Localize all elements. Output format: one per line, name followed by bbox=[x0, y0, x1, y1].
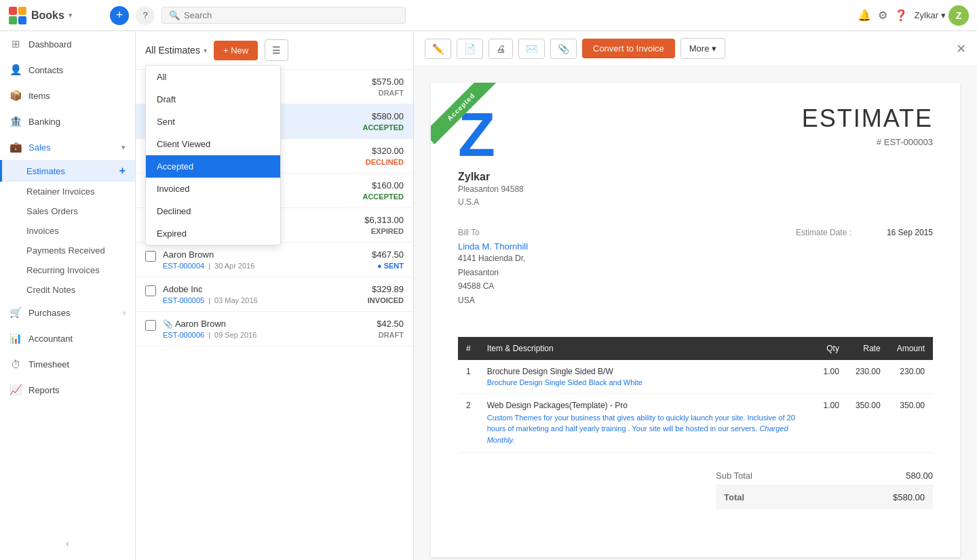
list-item-status: DRAFT bbox=[377, 331, 404, 339]
list-item[interactable]: Adobe Inc EST-000005 | 03 May 2016 $329.… bbox=[136, 277, 413, 312]
app-dropdown-arrow[interactable]: ▾ bbox=[69, 11, 73, 20]
list-item-date: 03 May 2016 bbox=[214, 296, 258, 304]
more-button[interactable]: More ▾ bbox=[681, 38, 725, 59]
sidebar-item-banking[interactable]: 🏦 Banking bbox=[0, 108, 135, 134]
sidebar-label-sales: Sales bbox=[28, 142, 51, 153]
gear-icon[interactable]: ⚙ bbox=[878, 9, 887, 22]
list-item-amount: $329.89 bbox=[368, 284, 404, 294]
sidebar-item-accountant[interactable]: 📊 Accountant bbox=[0, 325, 135, 351]
sidebar-label-payments: Payments Received bbox=[26, 245, 105, 256]
list-item-amount: $575.00 bbox=[372, 77, 404, 87]
sidebar-item-recurring-invoices[interactable]: Recurring Invoices bbox=[0, 260, 135, 280]
list-item-right: $6,313.00 EXPIRED bbox=[364, 215, 404, 235]
col-rate: Rate bbox=[847, 337, 889, 360]
dropdown-item-expired[interactable]: Expired bbox=[146, 222, 280, 245]
estimate-date-label: Estimate Date : bbox=[796, 228, 851, 237]
sidebar-label-reports: Reports bbox=[28, 385, 60, 395]
row-qty: 1.00 bbox=[816, 360, 847, 394]
dropdown-item-client-viewed[interactable]: Client Viewed bbox=[146, 133, 280, 155]
dropdown-item-declined[interactable]: Declined bbox=[146, 200, 280, 222]
list-item-info: 📎 Aaron Brown EST-000006 | 09 Sep 2016 bbox=[163, 319, 370, 339]
estimate-number: # EST-000003 bbox=[802, 137, 933, 147]
company-country: U.S.A bbox=[458, 196, 524, 209]
convert-to-invoice-button[interactable]: Convert to Invoice bbox=[582, 39, 675, 58]
email-button[interactable]: ✉️ bbox=[518, 39, 545, 59]
filter-arrow-icon: ▾ bbox=[204, 47, 207, 54]
sidebar-item-items[interactable]: 📦 Items bbox=[0, 83, 135, 108]
dropdown-item-accepted[interactable]: Accepted bbox=[146, 155, 280, 178]
new-button[interactable]: + New bbox=[214, 41, 258, 60]
sidebar-item-sales[interactable]: 💼 Sales ▾ bbox=[0, 134, 135, 160]
list-header: All Estimates ▾ + New ☰ bbox=[136, 31, 413, 70]
bell-icon[interactable]: 🔔 bbox=[858, 9, 871, 22]
list-item-checkbox[interactable] bbox=[145, 251, 156, 262]
search-input[interactable] bbox=[184, 10, 398, 20]
estimate-number-value: EST-000003 bbox=[884, 137, 933, 147]
row-rate: 350.00 bbox=[847, 393, 889, 453]
email-icon: ✉️ bbox=[526, 43, 537, 54]
sidebar-collapse-button[interactable]: ‹ bbox=[58, 533, 78, 553]
sidebar-item-credit-notes[interactable]: Credit Notes bbox=[0, 280, 135, 300]
items-icon: 📦 bbox=[9, 89, 22, 102]
list-item-status: ACCEPTED bbox=[362, 123, 404, 132]
list-filter-button[interactable]: ☰ bbox=[265, 39, 288, 61]
user-badge[interactable]: Zylkar ▾ Z bbox=[915, 5, 969, 26]
row-num: 2 bbox=[458, 393, 479, 453]
total-value: $580.00 bbox=[893, 492, 925, 502]
close-button[interactable]: ✕ bbox=[956, 41, 966, 56]
sidebar-item-contacts[interactable]: 👤 Contacts bbox=[0, 57, 135, 83]
attach-button[interactable]: 📎 bbox=[550, 39, 577, 59]
add-button[interactable]: + bbox=[110, 6, 129, 25]
sidebar-item-sales-orders[interactable]: Sales Orders bbox=[0, 201, 135, 221]
sidebar-item-dashboard[interactable]: ⊞ Dashboard bbox=[0, 31, 135, 57]
detail-content: Accepted Z Zylkar Pleasanton 94588 U.S.A… bbox=[414, 66, 977, 560]
pdf-button[interactable]: 📄 bbox=[457, 39, 483, 59]
estimates-add-icon[interactable]: + bbox=[119, 165, 126, 177]
sidebar-item-timesheet[interactable]: ⏱ Timesheet bbox=[0, 351, 135, 377]
list-item-right: $467.50 ● SENT bbox=[372, 249, 404, 270]
list-item[interactable]: 📎 Aaron Brown EST-000006 | 09 Sep 2016 $… bbox=[136, 312, 413, 346]
list-item-date: 30 Apr 2016 bbox=[214, 262, 254, 270]
subtotal-row: Sub Total 580.00 bbox=[716, 466, 933, 485]
estimate-document: Accepted Z Zylkar Pleasanton 94588 U.S.A… bbox=[431, 83, 960, 557]
edit-button[interactable]: ✏️ bbox=[425, 39, 451, 59]
list-item[interactable]: Aaron Brown EST-000004 | 30 Apr 2016 $46… bbox=[136, 243, 413, 277]
svg-rect-2 bbox=[9, 16, 17, 24]
item-name: Web Design Packages(Template) - Pro bbox=[487, 401, 807, 410]
estimate-dates: Estimate Date : 16 Sep 2015 bbox=[796, 228, 933, 237]
help-icon[interactable]: ? bbox=[136, 6, 155, 25]
print-button[interactable]: 🖨 bbox=[488, 39, 513, 59]
sidebar-item-payments-received[interactable]: Payments Received bbox=[0, 241, 135, 260]
sales-icon: 💼 bbox=[9, 141, 22, 153]
list-item-checkbox[interactable] bbox=[145, 320, 156, 331]
detail-panel: ✏️ 📄 🖨 ✉️ 📎 Convert to Invoice More ▾ ✕ bbox=[414, 31, 977, 560]
doc-header: Z Zylkar Pleasanton 94588 U.S.A ESTIMATE… bbox=[458, 104, 933, 209]
sidebar-label-sales-orders: Sales Orders bbox=[26, 206, 78, 216]
dropdown-item-sent[interactable]: Sent bbox=[146, 111, 280, 133]
list-item-meta: EST-000006 | 09 Sep 2016 bbox=[163, 331, 370, 339]
sidebar-label-items: Items bbox=[28, 91, 50, 101]
totals-table: Sub Total 580.00 Total $580.00 bbox=[716, 466, 933, 509]
top-nav: Books ▾ + ? 🔍 🔔 ⚙ ❓ Zylkar ▾ Z bbox=[0, 0, 977, 31]
sidebar-label-recurring: Recurring Invoices bbox=[26, 265, 100, 275]
row-rate: 230.00 bbox=[847, 360, 889, 394]
list-item-sep: | bbox=[208, 262, 210, 270]
filter-dropdown[interactable]: All Estimates ▾ bbox=[145, 45, 207, 56]
sidebar-item-invoices[interactable]: Invoices bbox=[0, 221, 135, 241]
search-bar[interactable]: 🔍 bbox=[161, 7, 406, 24]
sidebar-label-contacts: Contacts bbox=[28, 65, 63, 75]
dropdown-item-draft[interactable]: Draft bbox=[146, 88, 280, 111]
sidebar-item-estimates[interactable]: Estimates + bbox=[0, 160, 135, 182]
list-item-checkbox[interactable] bbox=[145, 285, 156, 296]
question-icon[interactable]: ❓ bbox=[894, 9, 908, 22]
sidebar-item-retainer-invoices[interactable]: Retainer Invoices bbox=[0, 182, 135, 201]
client-address4: USA bbox=[458, 294, 528, 307]
dropdown-item-all[interactable]: All bbox=[146, 66, 280, 88]
detail-toolbar: ✏️ 📄 🖨 ✉️ 📎 Convert to Invoice More ▾ ✕ bbox=[414, 31, 977, 66]
contacts-icon: 👤 bbox=[9, 64, 22, 76]
company-name: Zylkar bbox=[458, 171, 524, 183]
sidebar-item-purchases[interactable]: 🛒 Purchases › bbox=[0, 300, 135, 325]
row-amount: 350.00 bbox=[889, 393, 933, 453]
dropdown-item-invoiced[interactable]: Invoiced bbox=[146, 178, 280, 200]
sidebar-item-reports[interactable]: 📈 Reports bbox=[0, 377, 135, 403]
